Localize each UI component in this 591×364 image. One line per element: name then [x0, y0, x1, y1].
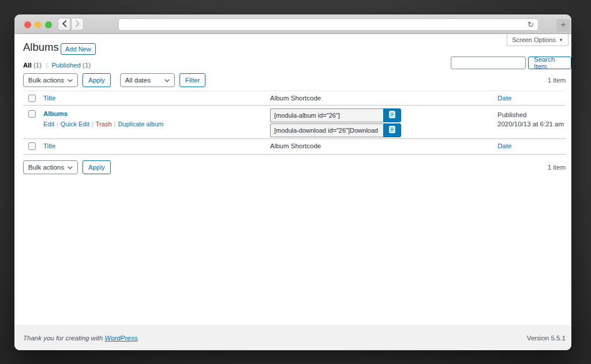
desktop-background: ↻ + Screen Options ▼ Albums Add New All … [0, 0, 591, 364]
download-shortcode-input[interactable] [270, 123, 383, 137]
add-new-button[interactable]: Add New [61, 43, 96, 55]
item-count-top: 1 item [548, 77, 566, 84]
edit-link[interactable]: Edit [43, 121, 54, 127]
chevron-down-icon [68, 77, 73, 84]
select-all-checkbox[interactable] [28, 95, 36, 102]
actions-separator: | [92, 121, 93, 127]
album-title-link[interactable]: Albums [43, 110, 68, 117]
column-header-title[interactable]: Title [43, 95, 55, 102]
column-footer-shortcode: Album Shortcode [270, 142, 321, 149]
version-text: Version 5.5.1 [527, 335, 566, 342]
reload-icon[interactable]: ↻ [528, 20, 534, 29]
screen-options-label: Screen Options [512, 36, 556, 43]
address-bar[interactable]: ↻ [118, 18, 538, 31]
date-cell: Published 2020/10/13 at 6:21 am [498, 110, 564, 129]
column-footer-title[interactable]: Title [43, 142, 55, 149]
quick-edit-link[interactable]: Quick Edit [61, 121, 89, 127]
publish-date: 2020/10/13 at 6:21 am [498, 121, 564, 127]
column-header-shortcode: Album Shortcode [270, 95, 321, 102]
select-all-checkbox-bottom[interactable] [28, 142, 36, 150]
search-button[interactable]: Search Item [528, 57, 571, 69]
album-shortcode-group [270, 108, 401, 122]
download-shortcode-group [270, 123, 401, 137]
item-count-bottom: 1 item [548, 164, 566, 171]
browser-forward-button[interactable] [71, 18, 84, 31]
view-published-link[interactable]: Published [51, 62, 81, 69]
bulk-actions-label: Bulk actions [28, 164, 64, 171]
wp-admin-page: Screen Options ▼ Albums Add New All (1) … [14, 34, 571, 350]
publish-status: Published [498, 111, 527, 118]
footer-thanks-text: Thank you for creating with WordPress. [23, 335, 139, 342]
filter-views: All (1) | Published (1) [23, 62, 91, 69]
footer-thanks-suffix: . [137, 335, 139, 342]
column-footer-date[interactable]: Date [498, 142, 511, 149]
tablenav-bottom: Bulk actions Apply [23, 160, 111, 174]
title-cell: Albums Edit|Quick Edit|Trash|Duplicate a… [43, 110, 163, 127]
date-filter-select[interactable]: All dates [120, 73, 175, 87]
copy-icon [389, 126, 395, 135]
actions-separator: | [57, 121, 58, 127]
view-all-count: (1) [33, 62, 42, 69]
apply-button[interactable]: Apply [83, 73, 111, 87]
footer-thanks-prefix: Thank you for creating with [23, 335, 103, 342]
column-header-date[interactable]: Date [498, 95, 511, 102]
minimize-window-button[interactable] [35, 21, 42, 28]
search-input[interactable] [451, 57, 526, 69]
browser-titlebar: ↻ + [14, 14, 571, 34]
view-published-count: (1) [83, 62, 91, 69]
table-footer-row: Title Album Shortcode Date [23, 139, 566, 155]
copy-download-shortcode-button[interactable] [383, 123, 401, 137]
browser-back-button[interactable] [58, 18, 70, 31]
bulk-actions-label: Bulk actions [28, 77, 64, 84]
browser-window: ↻ + Screen Options ▼ Albums Add New All … [14, 14, 571, 351]
caret-down-icon: ▼ [559, 37, 563, 43]
screen-options-button[interactable]: Screen Options ▼ [507, 34, 568, 46]
wordpress-link[interactable]: WordPress [104, 335, 137, 342]
album-shortcode-input[interactable] [270, 108, 383, 122]
apply-button-bottom[interactable]: Apply [83, 160, 111, 174]
chevron-down-icon [164, 77, 170, 84]
copy-icon [389, 111, 395, 120]
row-actions: Edit|Quick Edit|Trash|Duplicate album [43, 121, 163, 127]
admin-footer: Thank you for creating with WordPress. V… [14, 325, 571, 350]
album-table-row: Albums Edit|Quick Edit|Trash|Duplicate a… [23, 106, 566, 139]
view-all-link[interactable]: All [23, 62, 32, 69]
albums-list-table: Title Album Shortcode Date Albums Edit|Q… [23, 91, 566, 155]
chevron-left-icon [62, 19, 67, 29]
chevron-right-icon [75, 19, 80, 29]
bulk-actions-select-bottom[interactable]: Bulk actions [23, 160, 78, 174]
chevron-down-icon [68, 164, 73, 171]
copy-album-shortcode-button[interactable] [383, 108, 401, 122]
tablenav-top: Bulk actions Apply All dates Filter [23, 73, 205, 87]
date-filter-label: All dates [125, 77, 151, 84]
filter-button[interactable]: Filter [179, 73, 206, 87]
actions-separator: | [114, 121, 116, 127]
trash-link[interactable]: Trash [96, 121, 112, 127]
table-header-row: Title Album Shortcode Date [23, 91, 566, 106]
new-tab-button[interactable]: + [556, 19, 570, 32]
row-checkbox[interactable] [28, 110, 36, 118]
bulk-actions-select[interactable]: Bulk actions [23, 73, 78, 87]
fullscreen-window-button[interactable] [45, 21, 52, 28]
views-separator: | [46, 62, 47, 69]
duplicate-album-link[interactable]: Duplicate album [118, 121, 163, 127]
page-title: Albums [23, 41, 59, 54]
close-window-button[interactable] [24, 21, 31, 28]
shortcode-cell [270, 108, 401, 137]
